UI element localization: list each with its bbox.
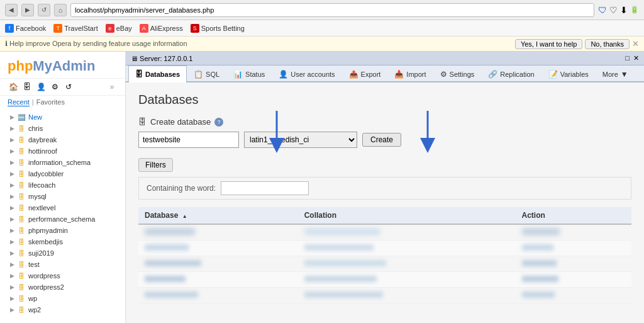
refresh-sidebar-icon[interactable]: ↺ bbox=[63, 81, 74, 93]
create-db-section: 🗄 Create database ? latin1_swedish_ci ut… bbox=[138, 117, 631, 148]
home-sidebar-icon[interactable]: 🏠 bbox=[8, 81, 19, 93]
tree-item-information-schema[interactable]: ▶ 🗄 information_schema bbox=[0, 157, 125, 168]
url-bar[interactable] bbox=[70, 3, 594, 17]
help-icon[interactable]: ? bbox=[214, 118, 223, 127]
info-close-icon[interactable]: ✕ bbox=[632, 39, 639, 49]
database-table: Database ▲ Collation Action bbox=[138, 207, 631, 303]
bookmark-aliexpress[interactable]: A AliExpress bbox=[140, 24, 183, 33]
tree-item-ladycobbler[interactable]: ▶ 🗄 ladycobbler bbox=[0, 168, 125, 179]
tree-item-lifecoach[interactable]: ▶ 🗄 lifecoach bbox=[0, 179, 125, 191]
tree-item-test[interactable]: ▶ 🗄 test bbox=[0, 259, 125, 270]
tree-item-mysql[interactable]: ▶ 🗄 mysql bbox=[0, 191, 125, 202]
db-name-input[interactable] bbox=[138, 132, 239, 148]
bookmark-facebook[interactable]: f Facebook bbox=[5, 24, 46, 33]
tree-item-nextlevel[interactable]: ▶ 🗄 nextlevel bbox=[0, 202, 125, 213]
sidebar-icons: 🏠 🗄 👤 ⚙ ↺ » bbox=[0, 79, 125, 96]
main-layout: phpMyAdmin 🏠 🗄 👤 ⚙ ↺ » Recent | Favorite… bbox=[0, 52, 644, 323]
db-icon: 🗄 bbox=[16, 259, 26, 269]
tree-item-skembedjis[interactable]: ▶ 🗄 skembedjis bbox=[0, 236, 125, 247]
facebook-icon: f bbox=[5, 24, 14, 33]
user-sidebar-icon[interactable]: 👤 bbox=[35, 81, 47, 93]
settings-sidebar-icon[interactable]: ⚙ bbox=[49, 81, 60, 93]
back-button[interactable]: ◀ bbox=[5, 4, 18, 16]
db-new-icon: 🆕 bbox=[16, 112, 26, 122]
create-button[interactable]: Create bbox=[362, 133, 401, 147]
filters-button[interactable]: Filters bbox=[138, 158, 173, 172]
db-name-blurred bbox=[145, 276, 186, 282]
db-icon: 🗄 bbox=[16, 293, 26, 303]
tab-status[interactable]: 📊 Status bbox=[226, 65, 272, 82]
col-collation: Collation bbox=[298, 207, 516, 224]
travelstart-icon: T bbox=[53, 24, 62, 33]
yes-help-button[interactable]: Yes, I want to help bbox=[515, 39, 583, 49]
sql-tab-icon: 📋 bbox=[194, 70, 203, 79]
db-sidebar-icon[interactable]: 🗄 bbox=[21, 81, 33, 93]
db-icon: 🗄 bbox=[16, 169, 26, 179]
tree-item-daybreak[interactable]: ▶ 🗄 daybreak bbox=[0, 134, 125, 145]
tree-item-wp2[interactable]: ▶ 🗄 wp2 bbox=[0, 304, 125, 315]
bookmark-ebay[interactable]: e eBay bbox=[106, 24, 132, 33]
bookmark-travelstart[interactable]: T TravelStart bbox=[53, 24, 97, 33]
tab-replication[interactable]: 🔗 Replication bbox=[481, 65, 541, 82]
battery-icon: 🔋 bbox=[630, 6, 639, 14]
home-button[interactable]: ⌂ bbox=[54, 4, 67, 16]
download-icon[interactable]: ⬇ bbox=[620, 5, 628, 15]
collation-select[interactable]: latin1_swedish_ci utf8_general_ci utf8mb… bbox=[244, 132, 357, 148]
tree-item-suji2019[interactable]: ▶ 🗄 suji2019 bbox=[0, 247, 125, 259]
tree-item-wordpress[interactable]: ▶ 🗄 wordpress bbox=[0, 270, 125, 281]
bookmark-sportsbetting[interactable]: S Sports Betting bbox=[191, 24, 245, 33]
tab-more[interactable]: More ▼ bbox=[596, 65, 635, 82]
browser-bar: ◀ ▶ ↺ ⌂ 🛡 ♡ ⬇ 🔋 bbox=[0, 0, 644, 20]
logo: phpMyAdmin bbox=[8, 58, 118, 74]
tab-recent[interactable]: Recent bbox=[8, 98, 30, 106]
tab-user-accounts[interactable]: 👤 User accounts bbox=[272, 65, 341, 82]
sidebar-tree: ▶ 🆕 New ▶ 🗄 chris ▶ 🗄 daybreak ▶ 🗄 hotti… bbox=[0, 109, 125, 318]
db-icon: 🗄 bbox=[16, 203, 26, 213]
expand-icon: ▶ bbox=[8, 294, 16, 303]
db-icon: 🗄 bbox=[16, 282, 26, 292]
tab-import[interactable]: 📥 Import bbox=[387, 65, 433, 82]
no-thanks-button[interactable]: No, thanks bbox=[585, 39, 630, 49]
refresh-button[interactable]: ↺ bbox=[38, 4, 50, 16]
expand-icon: ▶ bbox=[8, 305, 16, 314]
tab-favorites[interactable]: Favorites bbox=[36, 98, 65, 106]
tree-item-hottinroof[interactable]: ▶ 🗄 hottinroof bbox=[0, 145, 125, 157]
db-name-blurred bbox=[145, 260, 201, 266]
shield-icon: 🛡 bbox=[598, 5, 607, 15]
expand-icon: ▶ bbox=[8, 169, 16, 178]
panel-maximize-icon[interactable]: □ bbox=[625, 54, 630, 62]
expand-icon: ▶ bbox=[8, 260, 16, 269]
tab-databases[interactable]: 🗄 Databases bbox=[128, 65, 187, 82]
expand-sidebar-icon[interactable]: » bbox=[106, 81, 118, 93]
create-db-form: latin1_swedish_ci utf8_general_ci utf8mb… bbox=[138, 132, 631, 148]
tab-settings[interactable]: ⚙ Settings bbox=[433, 65, 482, 82]
db-icon: 🗄 bbox=[16, 248, 26, 258]
panel-close-icon[interactable]: ✕ bbox=[633, 54, 639, 62]
expand-icon-new: ▶ bbox=[8, 113, 16, 122]
db-icon: 🗄 bbox=[16, 225, 26, 235]
tree-item-chris[interactable]: ▶ 🗄 chris bbox=[0, 123, 125, 134]
filter-input[interactable] bbox=[221, 181, 309, 195]
tree-item-phpmyadmin[interactable]: ▶ 🗄 phpmyadmin bbox=[0, 225, 125, 236]
db-collation-blurred bbox=[304, 229, 380, 235]
db-collation-blurred bbox=[304, 292, 383, 298]
tree-item-wordpress2[interactable]: ▶ 🗄 wordpress2 bbox=[0, 281, 125, 293]
col-database: Database ▲ bbox=[138, 207, 298, 224]
tree-item-new[interactable]: ▶ 🆕 New bbox=[0, 111, 125, 123]
db-name-blurred bbox=[145, 244, 189, 251]
db-collation-blurred bbox=[304, 276, 377, 282]
forward-button[interactable]: ▶ bbox=[21, 4, 34, 16]
variables-tab-icon: 📝 bbox=[548, 70, 558, 79]
expand-icon: ▶ bbox=[8, 226, 16, 235]
tab-export[interactable]: 📤 Export bbox=[342, 65, 388, 82]
info-bar-actions: Yes, I want to help No, thanks ✕ bbox=[515, 39, 639, 49]
tree-item-wp[interactable]: ▶ 🗄 wp bbox=[0, 293, 125, 304]
bookmark-icon[interactable]: ♡ bbox=[609, 5, 618, 15]
tab-sql[interactable]: 📋 SQL bbox=[187, 65, 226, 82]
server-icon: 🖥 bbox=[131, 55, 138, 62]
tree-item-performance-schema[interactable]: ▶ 🗄 performance_schema bbox=[0, 213, 125, 225]
panel-title: 🖥 Server: 127.0.0.1 bbox=[131, 55, 192, 62]
create-db-label: 🗄 Create database ? bbox=[138, 117, 631, 127]
table-row bbox=[138, 256, 631, 272]
tab-variables[interactable]: 📝 Variables bbox=[541, 65, 596, 82]
